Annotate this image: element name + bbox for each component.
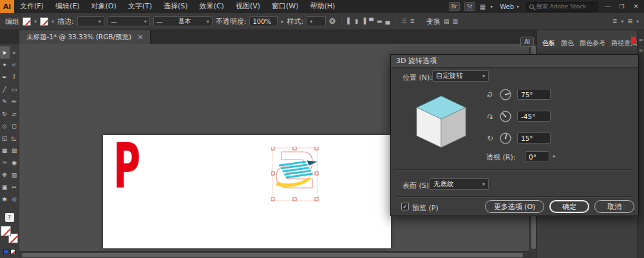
- fill-indicator[interactable]: [1, 226, 11, 236]
- scale-tool[interactable]: ▱: [10, 107, 19, 120]
- dialog-titlebar[interactable]: 3D 旋转选项: [391, 55, 638, 68]
- align-middle-icon[interactable]: ▬: [377, 16, 383, 26]
- cancel-button[interactable]: 取消: [594, 200, 634, 213]
- rotate-z-dial[interactable]: [499, 132, 512, 145]
- swatch-red-icon[interactable]: [631, 37, 636, 44]
- magic-wand-tool[interactable]: ✦: [0, 59, 10, 71]
- selected-artwork[interactable]: [271, 147, 320, 203]
- pencil-tool[interactable]: ✏: [10, 95, 19, 107]
- document-tab[interactable]: 未标题-1* @ 33.33% (RGB/预览) ×: [19, 30, 151, 44]
- fill-color-swatch[interactable]: [23, 17, 31, 26]
- rectangle-tool[interactable]: ▭: [10, 83, 19, 95]
- brush-definition-select[interactable]: — 基本 ▾: [153, 16, 213, 26]
- bridge-icon[interactable]: Br: [449, 2, 460, 11]
- minimize-button[interactable]: —: [603, 0, 612, 13]
- unknown-tool-icon[interactable]: ?: [5, 213, 14, 222]
- menu-type[interactable]: 文字(T): [122, 0, 158, 13]
- direct-selection-tool[interactable]: ➢: [10, 46, 19, 59]
- gradient-tool[interactable]: ▧: [10, 144, 19, 156]
- grid-icon[interactable]: ⊞: [627, 16, 632, 26]
- selection-tool[interactable]: ➤: [0, 46, 10, 59]
- style-select[interactable]: ▾: [307, 16, 326, 26]
- fill-chevron-icon[interactable]: ▾: [34, 19, 37, 24]
- blend-tool[interactable]: ◉: [10, 156, 19, 169]
- rotate-y-field[interactable]: -45°: [517, 111, 551, 122]
- align-right-icon[interactable]: ▐: [361, 16, 366, 26]
- width-profile-select[interactable]: — ▾: [108, 16, 150, 26]
- ai-panel-badge[interactable]: Al: [520, 37, 534, 47]
- isolate-icon[interactable]: ▥: [453, 16, 459, 26]
- rotate-z-field[interactable]: 15°: [517, 133, 551, 143]
- rotate-y-dial[interactable]: [499, 110, 512, 123]
- eyedropper-tool[interactable]: ✑: [0, 156, 10, 169]
- distribute-spacing-icon[interactable]: ≣: [410, 16, 415, 26]
- perspective-chevron-icon[interactable]: ▸: [553, 153, 556, 159]
- rotate-tool[interactable]: ↻: [0, 107, 10, 120]
- ok-button[interactable]: 确定: [549, 200, 589, 213]
- lasso-tool[interactable]: ⊂: [10, 59, 19, 71]
- workspace-switcher[interactable]: Web ▾: [497, 3, 522, 10]
- none-button[interactable]: [10, 249, 15, 254]
- distribute-icon[interactable]: ☰: [401, 16, 406, 26]
- layout-icon[interactable]: ▦: [480, 3, 486, 10]
- tab-color-guide[interactable]: 颜色参考: [580, 39, 605, 48]
- stroke-chevron-icon[interactable]: ▾: [52, 19, 54, 24]
- rotate-x-dial[interactable]: [499, 88, 512, 101]
- align-left-icon[interactable]: ▌: [347, 16, 352, 26]
- collapse-panel-icon[interactable]: ≡: [639, 38, 643, 43]
- shape-builder-tool[interactable]: ◱: [0, 132, 10, 144]
- transform-label[interactable]: 变换: [426, 17, 440, 26]
- opacity-arrow-icon[interactable]: ▸: [281, 19, 283, 24]
- recolor-artwork-icon[interactable]: ❂: [329, 16, 336, 26]
- chevron-down-icon[interactable]: ▾: [636, 19, 639, 24]
- panel-menu-icon[interactable]: ≣: [612, 16, 618, 26]
- arrange-icon[interactable]: ▤: [444, 16, 450, 26]
- artboard-tool[interactable]: ▣: [0, 181, 10, 193]
- align-top-icon[interactable]: ▀: [369, 16, 374, 26]
- menu-object[interactable]: 对象(O): [85, 0, 122, 13]
- mesh-tool[interactable]: ▦: [0, 144, 10, 156]
- layout-chevron-icon[interactable]: ▾: [490, 4, 493, 10]
- color-button[interactable]: [3, 249, 8, 254]
- paintbrush-tool[interactable]: ✎: [0, 95, 10, 107]
- column-graph-tool[interactable]: ▥: [10, 169, 19, 181]
- slice-tool[interactable]: ✂: [10, 181, 19, 193]
- artboard[interactable]: P: [103, 135, 391, 248]
- menu-edit[interactable]: 编辑(E): [50, 0, 86, 13]
- menu-view[interactable]: 视图(V): [230, 0, 266, 13]
- rotated-stripe-art[interactable]: [273, 159, 320, 189]
- free-transform-tool[interactable]: ◻: [10, 120, 19, 132]
- menu-help[interactable]: 帮助(H): [304, 0, 341, 13]
- align-center-h-icon[interactable]: ▮: [355, 16, 358, 26]
- restore-button[interactable]: ❐: [617, 0, 627, 13]
- menu-select[interactable]: 选择(S): [158, 0, 194, 13]
- surface-select[interactable]: 无底纹 ▾: [430, 178, 489, 190]
- stock-icon[interactable]: St: [464, 2, 475, 11]
- track-cube[interactable]: [409, 88, 473, 152]
- stroke-color-swatch[interactable]: [40, 17, 48, 26]
- menu-file[interactable]: 文件(F): [14, 0, 50, 13]
- chevron-down-icon[interactable]: ▾: [621, 19, 623, 24]
- width-tool[interactable]: ◇: [0, 120, 10, 132]
- position-select[interactable]: 自定旋转 ▾: [432, 70, 489, 82]
- tab-close-icon[interactable]: ×: [137, 33, 143, 41]
- zoom-tool[interactable]: ⊙: [10, 193, 19, 205]
- hand-tool[interactable]: ✱: [0, 193, 10, 205]
- search-input[interactable]: [536, 3, 595, 10]
- app-logo-icon[interactable]: Ai: [0, 0, 14, 13]
- horizontal-scrollbar[interactable]: [19, 251, 529, 258]
- horizontal-scrollbar-thumb[interactable]: [22, 253, 523, 257]
- close-button[interactable]: ✕: [631, 0, 641, 13]
- opacity-field[interactable]: 100%: [249, 16, 278, 26]
- symbol-sprayer-tool[interactable]: ❉: [0, 169, 10, 181]
- perspective-grid-tool[interactable]: ◺: [10, 132, 19, 144]
- more-options-button[interactable]: 更多选项 (O): [485, 200, 544, 213]
- stroke-width-select[interactable]: ▾: [77, 16, 104, 26]
- rotate-x-field[interactable]: 75°: [517, 89, 551, 100]
- menu-effect[interactable]: 效果(C): [194, 0, 230, 13]
- pen-tool[interactable]: ✒: [0, 71, 10, 83]
- menu-window[interactable]: 窗口(W): [266, 0, 304, 13]
- tab-swatches[interactable]: 色板: [542, 39, 555, 48]
- preview-checkbox[interactable]: ✓: [401, 203, 409, 210]
- tab-color[interactable]: 颜色: [561, 39, 574, 48]
